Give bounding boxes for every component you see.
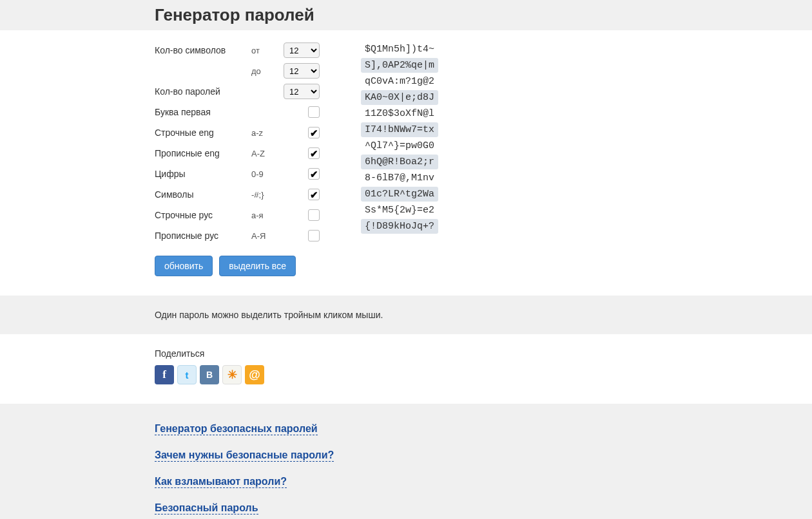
hint-text: Один пароль можно выделить тройным клико… xyxy=(155,310,657,320)
option-checkbox[interactable] xyxy=(308,209,320,221)
password-row[interactable]: 01c?LR^tg2Wa xyxy=(361,187,438,202)
odnoklassniki-icon[interactable]: ✳ xyxy=(222,365,242,384)
faq-link[interactable]: Как взламывают пароли? xyxy=(155,476,287,488)
refresh-button[interactable]: обновить xyxy=(155,256,213,276)
facebook-icon[interactable]: f xyxy=(155,365,174,384)
password-row[interactable]: 11Z0$3oXfN@l xyxy=(361,106,438,121)
option-checkbox[interactable]: ✔ xyxy=(308,168,320,180)
faq-link[interactable]: Зачем нужны безопасные пароли? xyxy=(155,449,334,462)
char-to-hint: до xyxy=(251,66,281,76)
page-title: Генератор паролей xyxy=(155,5,657,25)
option-hint: а-я xyxy=(251,211,281,220)
option-label: Строчные рус xyxy=(155,210,251,220)
password-row[interactable]: I74!bNWw7=tx xyxy=(361,122,438,137)
option-hint: 0-9 xyxy=(251,169,281,179)
password-row[interactable]: $Q1Mn5h])t4~ xyxy=(361,42,438,57)
option-checkbox[interactable]: ✔ xyxy=(308,127,320,138)
option-label: Прописные рус xyxy=(155,231,251,241)
password-row[interactable]: qC0vA:m?1g@2 xyxy=(361,74,438,89)
password-row[interactable]: {!D89kHoJq+? xyxy=(361,219,438,234)
option-checkbox[interactable] xyxy=(308,106,320,118)
option-label: Буква первая xyxy=(155,107,251,117)
option-checkbox[interactable] xyxy=(308,230,320,241)
option-hint: A-Z xyxy=(251,149,281,158)
password-row[interactable]: Ss*M5{2w}=e2 xyxy=(361,203,438,218)
vk-icon[interactable]: B xyxy=(200,365,219,384)
char-from-hint: от xyxy=(251,46,281,55)
char-count-from-select[interactable]: 12 xyxy=(284,42,320,58)
password-row[interactable]: 6hQ@R!Boa2;r xyxy=(361,155,438,169)
option-hint: -#;} xyxy=(251,190,281,200)
password-row[interactable]: ^Ql7^}=pw0G0 xyxy=(361,138,438,153)
pw-count-label: Кол-во паролей xyxy=(155,86,251,97)
password-row[interactable]: S],0AP2%qe|m xyxy=(361,58,438,73)
option-label: Цифры xyxy=(155,169,251,179)
char-count-to-select[interactable]: 12 xyxy=(284,63,320,79)
password-row[interactable]: 8-6lB7@,M1nv xyxy=(361,171,438,185)
faq-link[interactable]: Безопасный пароль xyxy=(155,502,258,514)
faq-link[interactable]: Генератор безопасных паролей xyxy=(155,423,318,435)
select-all-button[interactable]: выделить все xyxy=(219,256,296,276)
option-hint: А-Я xyxy=(251,231,281,241)
pw-count-select[interactable]: 12 xyxy=(284,84,320,99)
option-label: Строчные eng xyxy=(155,127,251,138)
option-checkbox[interactable]: ✔ xyxy=(308,147,320,159)
option-label: Символы xyxy=(155,189,251,200)
option-hint: a-z xyxy=(251,128,281,138)
char-count-label: Кол-во символов xyxy=(155,45,251,55)
share-label: Поделиться xyxy=(155,348,657,359)
settings-form: Кол-во символов от 12 до 12 xyxy=(155,42,335,276)
twitter-icon[interactable]: t xyxy=(177,365,197,384)
password-list: $Q1Mn5h])t4~S],0AP2%qe|mqC0vA:m?1g@2KA0~… xyxy=(361,42,438,276)
option-label: Прописные eng xyxy=(155,148,251,158)
password-row[interactable]: KA0~0X|e;d8J xyxy=(361,90,438,105)
option-checkbox[interactable]: ✔ xyxy=(308,189,320,200)
mailru-icon[interactable]: @ xyxy=(245,365,264,384)
